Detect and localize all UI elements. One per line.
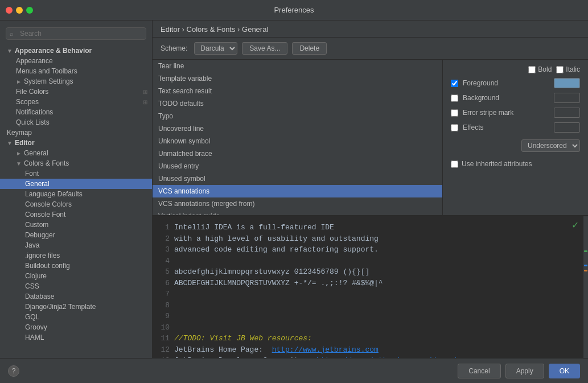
foreground-label: Foreground <box>463 79 549 87</box>
sidebar-item-colors-fonts[interactable]: ▼ Colors & Fonts <box>0 158 152 168</box>
sidebar-item-appearance-behavior[interactable]: ▼ Appearance & Behavior <box>0 46 152 56</box>
effects-checkbox[interactable] <box>451 124 458 131</box>
token-item-unused-symbol[interactable]: Unused symbol <box>153 172 442 185</box>
middle-section: Tear line Template variable Text search … <box>153 60 588 216</box>
token-item-template-variable[interactable]: Template variable <box>153 72 442 85</box>
token-item-vcs-annotations-merged[interactable]: VCS annotations (merged from) <box>153 197 442 210</box>
error-stripe-checkbox[interactable] <box>451 109 458 117</box>
token-item-text-search-result[interactable]: Text search result <box>153 85 442 97</box>
foreground-color-swatch[interactable] <box>554 78 580 88</box>
sidebar-item-general[interactable]: ► General <box>0 148 152 158</box>
sidebar-label: .ignore files <box>25 252 60 260</box>
preview-area: ✓ 1IntelliJ IDEA is a full-featured IDE … <box>153 216 588 358</box>
token-item-unmatched-brace[interactable]: Unmatched brace <box>153 147 442 160</box>
sidebar-item-notifications[interactable]: Notifications <box>0 107 152 117</box>
code-line-4: 4 <box>158 256 588 267</box>
main-layout: ⌕ ▼ Appearance & Behavior Appearance Men… <box>0 20 588 358</box>
sidebar-label: CSS <box>25 282 39 290</box>
sidebar-item-font[interactable]: Font <box>0 168 152 179</box>
minimize-button[interactable] <box>16 7 23 14</box>
sidebar-label: Clojure <box>25 272 47 280</box>
scroll-marker-orange <box>584 270 587 271</box>
sidebar-label: GQL <box>25 313 39 321</box>
sidebar-item-django-jinja2[interactable]: Django/Jinja2 Template <box>0 302 152 312</box>
search-wrapper: ⌕ <box>6 27 146 40</box>
sidebar-item-appearance[interactable]: Appearance <box>0 56 152 66</box>
sidebar-item-groovy[interactable]: Groovy <box>0 322 152 332</box>
italic-checkbox-label[interactable]: Italic <box>556 65 580 73</box>
token-item-vcs-annotations[interactable]: VCS annotations <box>153 185 442 197</box>
bold-label: Bold <box>538 65 552 73</box>
token-item-unknown-symbol[interactable]: Unknown symbol <box>153 135 442 147</box>
sidebar-item-console-colors[interactable]: Console Colors <box>0 199 152 209</box>
sidebar-item-debugger[interactable]: Debugger <box>0 230 152 240</box>
sidebar-item-ignore-files[interactable]: .ignore files <box>0 250 152 261</box>
sidebar-item-scopes[interactable]: Scopes ⊞ <box>0 97 152 107</box>
background-checkbox[interactable] <box>451 94 458 102</box>
code-line-2: 2with a high level of usability and outs… <box>158 233 588 245</box>
token-item-unused-entry[interactable]: Unused entry <box>153 160 442 172</box>
bold-checkbox[interactable] <box>528 66 536 73</box>
sidebar-item-clojure[interactable]: Clojure <box>0 271 152 281</box>
code-line-9: 9 <box>158 311 588 322</box>
token-list[interactable]: Tear line Template variable Text search … <box>153 60 443 215</box>
close-button[interactable] <box>6 7 13 14</box>
window-controls[interactable] <box>6 7 33 14</box>
bottom-right: Cancel Apply OK <box>458 364 580 378</box>
apply-button[interactable]: Apply <box>505 364 544 378</box>
sidebar-item-quick-lists[interactable]: Quick Lists <box>0 117 152 127</box>
sidebar-item-language-defaults[interactable]: Language Defaults <box>0 189 152 199</box>
help-button[interactable]: ? <box>8 365 19 377</box>
inherited-checkbox[interactable] <box>451 160 458 168</box>
sidebar-item-database[interactable]: Database <box>0 291 152 302</box>
code-line-11: 11//TODO: Visit JB Web resources: <box>158 333 588 344</box>
search-input[interactable] <box>6 27 146 40</box>
sidebar-item-console-font[interactable]: Console Font <box>0 209 152 220</box>
preview-code: 1IntelliJ IDEA is a full-featured IDE 2w… <box>153 216 588 358</box>
sidebar-label: Font <box>25 170 39 178</box>
maximize-button[interactable] <box>26 7 33 14</box>
delete-button[interactable]: Delete <box>292 42 327 55</box>
sidebar-item-menus-toolbars[interactable]: Menus and Toolbars <box>0 66 152 76</box>
sidebar-item-system-settings[interactable]: ► System Settings <box>0 76 152 87</box>
content-area: Editor › Colors & Fonts › General Scheme… <box>153 20 588 358</box>
token-item-todo-defaults[interactable]: TODO defaults <box>153 97 442 110</box>
scheme-select[interactable]: Darcula <box>194 42 237 55</box>
error-stripe-color-swatch[interactable] <box>554 108 580 118</box>
sidebar-label: Appearance & Behavior <box>15 47 92 55</box>
error-stripe-row: Error stripe mark <box>451 108 580 118</box>
breadcrumb: Editor › Colors & Fonts › General <box>153 20 588 38</box>
background-label: Background <box>463 94 549 102</box>
sidebar-item-file-colors[interactable]: File Colors ⊞ <box>0 87 152 97</box>
token-item-uncovered-line[interactable]: Uncovered line <box>153 122 442 135</box>
sidebar-item-keymap[interactable]: Keymap <box>0 127 152 138</box>
effects-type-select[interactable]: Underscored <box>521 139 580 152</box>
token-item-vertical-indent[interactable]: Vertical indent guide <box>153 210 442 215</box>
window-title: Preferences <box>274 6 314 14</box>
code-line-10: 10 <box>158 322 588 333</box>
sidebar-item-buildout-config[interactable]: Buildout config <box>0 261 152 271</box>
sidebar-item-general-cf[interactable]: General <box>0 179 152 189</box>
sidebar-item-haml[interactable]: HAML <box>0 332 152 343</box>
background-color-swatch[interactable] <box>554 93 580 103</box>
bold-checkbox-label[interactable]: Bold <box>528 65 552 73</box>
sidebar-item-gql[interactable]: GQL <box>0 312 152 322</box>
token-item-tear-line[interactable]: Tear line <box>153 60 442 72</box>
foreground-checkbox[interactable] <box>451 80 458 87</box>
save-as-button[interactable]: Save As... <box>242 42 287 55</box>
token-item-typo[interactable]: Typo <box>153 110 442 122</box>
sidebar-item-java[interactable]: Java <box>0 240 152 250</box>
sidebar-label: Buildout config <box>25 262 70 270</box>
arrow-icon: ► <box>16 150 22 157</box>
scheme-label: Scheme: <box>161 44 187 52</box>
sidebar-item-editor[interactable]: ▼ Editor <box>0 138 152 148</box>
scheme-row: Scheme: Darcula Save As... Delete <box>153 38 588 60</box>
sidebar-item-css[interactable]: CSS <box>0 281 152 291</box>
sidebar-item-custom[interactable]: Custom <box>0 220 152 230</box>
italic-checkbox[interactable] <box>556 66 564 73</box>
effects-color-swatch[interactable] <box>554 122 580 133</box>
sidebar[interactable]: ⌕ ▼ Appearance & Behavior Appearance Men… <box>0 20 153 358</box>
ok-button[interactable]: OK <box>549 364 580 378</box>
cancel-button[interactable]: Cancel <box>458 364 500 378</box>
effects-type-row: Underscored <box>451 137 580 152</box>
